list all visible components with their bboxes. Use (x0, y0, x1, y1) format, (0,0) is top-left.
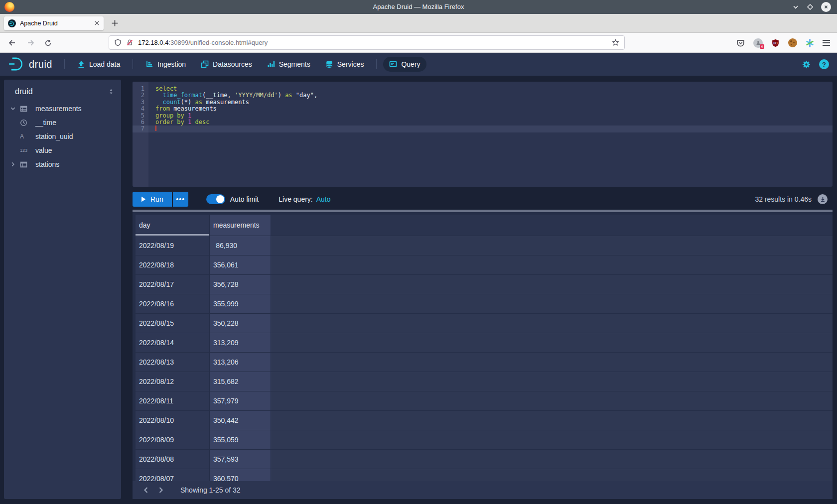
hamburger-menu-icon[interactable] (823, 40, 830, 46)
browser-toolbar: 172.18.0.4:30899/unified-console.html#qu… (0, 33, 837, 53)
browser-tab-apache-druid[interactable]: Apache Druid (4, 16, 104, 30)
nav-item-load-data[interactable]: Load data (71, 57, 126, 72)
cell-day[interactable]: 2022/08/10 (136, 411, 209, 430)
bookmark-star-icon[interactable] (612, 39, 619, 46)
nav-item-label: Datasources (213, 60, 252, 68)
chevron-right-icon[interactable] (10, 161, 20, 167)
row-filler (271, 275, 833, 294)
cell-measurements[interactable]: 86,930 (210, 236, 271, 255)
sql-editor[interactable]: 1select2 time_format(__time, 'YYYY/MM/dd… (133, 82, 833, 187)
row-filler (271, 353, 833, 372)
table-row: 2022/08/09355,059 (133, 430, 833, 449)
window-minimize-button[interactable] (792, 3, 799, 10)
url-bar[interactable]: 172.18.0.4:30899/unified-console.html#qu… (109, 35, 625, 50)
line-number: 5 (133, 113, 148, 119)
sort-double-caret-icon[interactable] (108, 88, 114, 95)
table-icon (20, 105, 32, 113)
clock-icon (20, 119, 32, 126)
code-line: 6order by 1 desc (133, 119, 833, 126)
url-text[interactable]: 172.18.0.4:30899/unified-console.html#qu… (138, 39, 268, 46)
druid-nav: Load dataIngestionDatasourcesSegmentsSer… (70, 57, 428, 72)
forward-button[interactable] (25, 37, 37, 49)
table-horizontal-scrollbar[interactable] (133, 210, 833, 212)
cell-measurements[interactable]: 313,206 (210, 353, 271, 372)
cell-measurements[interactable]: 356,061 (210, 255, 271, 274)
cell-measurements[interactable]: 357,979 (210, 391, 271, 410)
pocket-icon[interactable] (736, 39, 745, 47)
run-more-options-button[interactable] (173, 192, 188, 207)
table-row: 2022/08/14313,209 (133, 333, 833, 352)
cell-day[interactable]: 2022/08/18 (136, 255, 209, 274)
code-text: order by 1 desc (148, 119, 833, 126)
new-tab-button[interactable] (111, 19, 119, 27)
schema-name: druid (15, 87, 33, 96)
next-page-button[interactable] (153, 483, 168, 498)
schema-sidebar: druid measurements__timeAstation_uuid123… (4, 80, 121, 499)
druid-logo-icon[interactable] (8, 57, 25, 72)
shield-icon[interactable] (114, 39, 122, 46)
insecure-lock-icon[interactable] (126, 39, 134, 46)
cookie-extension-icon[interactable] (788, 38, 797, 47)
live-query-value[interactable]: Auto (316, 195, 331, 203)
schema-tree-item-measurements[interactable]: measurements (4, 102, 121, 116)
line-number: 3 (133, 99, 148, 106)
schema-tree-item-stations[interactable]: stations (4, 157, 121, 171)
window-titlebar: Apache Druid — Mozilla Firefox (0, 0, 837, 14)
tree-item-label: value (35, 146, 52, 154)
line-number: 4 (133, 106, 148, 112)
cell-measurements[interactable]: 356,728 (210, 275, 271, 294)
cell-measurements[interactable]: 355,999 (210, 294, 271, 313)
settings-gear-icon[interactable] (802, 60, 811, 69)
play-icon (141, 196, 146, 202)
run-bar: Run Auto limit Live query: Auto 32 resul… (133, 191, 833, 208)
cell-day[interactable]: 2022/08/12 (136, 372, 209, 391)
cell-measurements[interactable]: 350,228 (210, 314, 271, 333)
cell-day[interactable]: 2022/08/14 (136, 333, 209, 352)
schema-tree-item-value[interactable]: 123value (4, 143, 121, 157)
code-line: 7 (133, 126, 833, 132)
nav-item-services[interactable]: Services (319, 57, 370, 72)
cell-day[interactable]: 2022/08/09 (136, 430, 209, 449)
cell-day[interactable]: 2022/08/16 (136, 294, 209, 313)
chevron-down-icon[interactable] (10, 106, 20, 112)
window-close-button[interactable] (821, 2, 831, 12)
cell-day[interactable]: 2022/08/08 (136, 450, 209, 469)
auto-limit-toggle[interactable] (206, 194, 225, 204)
extension-icon[interactable]: ✕ (753, 38, 763, 48)
row-filler (271, 314, 833, 333)
tree-item-label: station_uuid (35, 132, 73, 140)
cell-measurements[interactable]: 350,442 (210, 411, 271, 430)
ublock-origin-icon[interactable]: uO (771, 39, 780, 47)
table-row: 2022/08/15350,228 (133, 314, 833, 333)
cell-measurements[interactable]: 355,059 (210, 430, 271, 449)
code-text: from measurements (148, 106, 833, 112)
window-maximize-button[interactable] (807, 3, 814, 10)
cell-measurements[interactable]: 357,593 (210, 450, 271, 469)
back-button[interactable] (6, 37, 18, 49)
tab-close-icon[interactable] (94, 20, 100, 26)
cell-day[interactable]: 2022/08/15 (136, 314, 209, 333)
schema-tree-item-station_uuid[interactable]: Astation_uuid (4, 129, 121, 143)
results-table: day measurements 2022/08/1986,9302022/08… (133, 210, 833, 499)
cell-measurements[interactable]: 313,209 (210, 333, 271, 352)
previous-page-button[interactable] (139, 483, 153, 498)
cell-day[interactable]: 2022/08/13 (136, 353, 209, 372)
download-results-icon[interactable] (818, 194, 828, 204)
nav-item-query[interactable]: Query (383, 57, 426, 72)
column-header-day[interactable]: day (136, 215, 209, 236)
nav-item-segments[interactable]: Segments (261, 57, 316, 72)
cell-day[interactable]: 2022/08/17 (136, 275, 209, 294)
asterisk-extension-icon[interactable] (806, 39, 814, 47)
help-icon[interactable]: ? (819, 59, 829, 69)
cell-measurements[interactable]: 315,682 (210, 372, 271, 391)
nav-item-ingestion[interactable]: Ingestion (140, 57, 192, 72)
cell-day[interactable]: 2022/08/19 (136, 236, 209, 255)
run-button[interactable]: Run (133, 192, 172, 207)
schema-tree-item-__time[interactable]: __time (4, 116, 121, 129)
string-icon: A (20, 133, 32, 140)
reload-button[interactable] (42, 37, 54, 49)
cell-day[interactable]: 2022/08/11 (136, 391, 209, 410)
nav-item-datasources[interactable]: Datasources (195, 57, 258, 72)
brand-name[interactable]: druid (29, 59, 52, 70)
column-header-measurements[interactable]: measurements (210, 215, 271, 236)
